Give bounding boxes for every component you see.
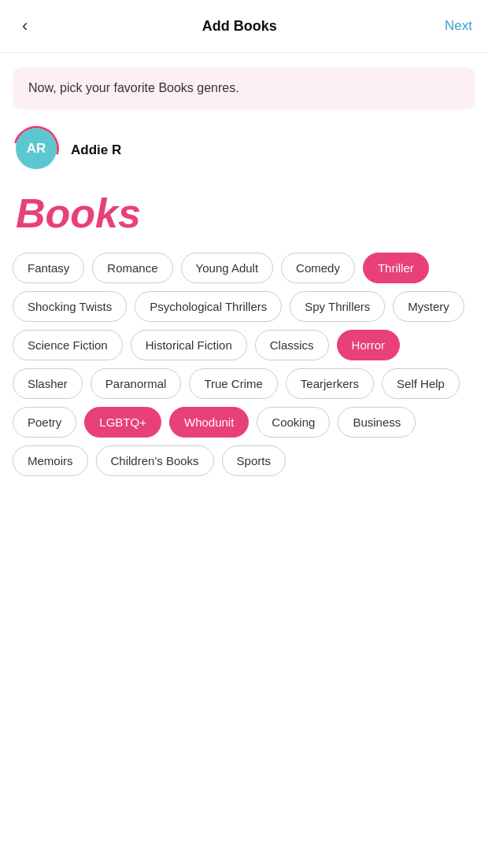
tag-cooking[interactable]: Cooking [257,407,330,438]
tag-mystery[interactable]: Mystery [393,291,464,322]
user-row: AR Addie R [0,117,488,183]
banner-text: Now, pick your favorite Books genres. [28,81,239,94]
tag-self-help[interactable]: Self Help [382,368,460,399]
tags-container: FantasyRomanceYoung AdultComedyThrillerS… [0,249,488,495]
tag-true-crime[interactable]: True Crime [189,368,277,399]
header: ‹ Add Books Next [0,0,488,53]
avatar: AR [16,128,57,169]
tag-paranormal[interactable]: Paranormal [91,368,182,399]
next-button[interactable]: Next [445,18,472,34]
tag-psychological-thrillers[interactable]: Psychological Thrillers [135,291,282,322]
tag-romance[interactable]: Romance [92,253,172,283]
tag-fantasy[interactable]: Fantasy [13,253,84,283]
user-name: Addie R [71,142,121,158]
tag-memoirs[interactable]: Memoirs [13,445,88,476]
tag-horror[interactable]: Horror [337,330,401,360]
tag-business[interactable]: Business [338,407,416,438]
section-title: Books [0,183,488,249]
tag-young-adult[interactable]: Young Adult [181,253,274,283]
tag-historical-fiction[interactable]: Historical Fiction [131,330,247,360]
back-button[interactable]: ‹ [16,13,34,39]
tag-classics[interactable]: Classics [255,330,329,360]
tag-sports[interactable]: Sports [222,445,286,476]
header-title: Add Books [202,18,277,35]
genre-banner: Now, pick your favorite Books genres. [13,67,475,109]
avatar-wrapper: AR [16,128,60,172]
tag-lgbtq[interactable]: LGBTQ+ [84,407,161,438]
tag-comedy[interactable]: Comedy [281,253,355,283]
tag-childrens-books[interactable]: Children's Books [96,445,214,476]
tag-slasher[interactable]: Slasher [13,368,83,399]
tag-whodunit[interactable]: Whodunit [169,407,249,438]
tag-science-fiction[interactable]: Science Fiction [13,330,123,360]
tag-tearjerkers[interactable]: Tearjerkers [286,368,374,399]
tag-shocking-twists[interactable]: Shocking Twists [13,291,127,322]
tag-poetry[interactable]: Poetry [13,407,76,438]
tag-spy-thrillers[interactable]: Spy Thrillers [290,291,385,322]
tag-thriller[interactable]: Thriller [363,253,429,283]
